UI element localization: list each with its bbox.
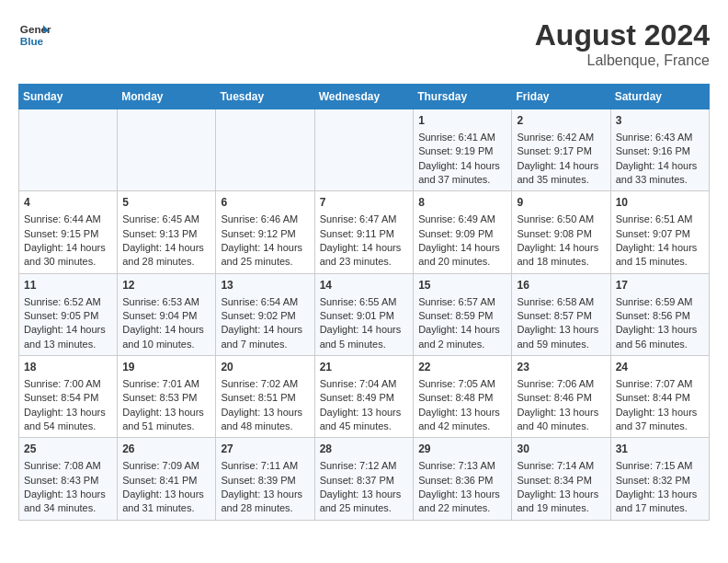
header-cell-sunday: Sunday [19,85,118,109]
calendar-cell: 6Sunrise: 6:46 AMSunset: 9:12 PMDaylight… [216,191,314,273]
calendar-cell: 22Sunrise: 7:05 AMSunset: 8:48 PMDayligh… [414,356,512,438]
week-row-4: 18Sunrise: 7:00 AMSunset: 8:54 PMDayligh… [19,356,710,438]
week-row-3: 11Sunrise: 6:52 AMSunset: 9:05 PMDayligh… [19,273,710,355]
calendar-cell: 16Sunrise: 6:58 AMSunset: 8:57 PMDayligh… [512,273,610,355]
calendar-cell: 27Sunrise: 7:11 AMSunset: 8:39 PMDayligh… [216,438,314,520]
calendar-cell: 29Sunrise: 7:13 AMSunset: 8:36 PMDayligh… [414,438,512,520]
day-number: 10 [616,195,704,211]
day-number: 11 [24,278,112,293]
day-number: 3 [616,113,704,129]
calendar-header: SundayMondayTuesdayWednesdayThursdayFrid… [19,85,710,109]
calendar-cell: 20Sunrise: 7:02 AMSunset: 8:51 PMDayligh… [216,356,314,438]
day-number: 8 [418,195,506,211]
header-cell-thursday: Thursday [414,85,512,109]
day-number: 20 [221,360,309,375]
day-number: 14 [320,278,409,293]
calendar-cell: 12Sunrise: 6:53 AMSunset: 9:04 PMDayligh… [118,273,216,355]
calendar-cell: 21Sunrise: 7:04 AMSunset: 8:49 PMDayligh… [314,356,414,438]
calendar-cell: 4Sunrise: 6:44 AMSunset: 9:15 PMDaylight… [19,191,118,273]
header-cell-friday: Friday [512,85,610,109]
day-number: 1 [418,113,506,129]
calendar-cell: 2Sunrise: 6:42 AMSunset: 9:17 PMDaylight… [512,109,610,191]
calendar-cell: 28Sunrise: 7:12 AMSunset: 8:37 PMDayligh… [314,438,414,520]
calendar-cell: 25Sunrise: 7:08 AMSunset: 8:43 PMDayligh… [19,438,118,520]
day-number: 15 [418,278,506,293]
day-number: 2 [517,113,605,129]
calendar-cell: 17Sunrise: 6:59 AMSunset: 8:56 PMDayligh… [610,273,709,355]
calendar-cell: 11Sunrise: 6:52 AMSunset: 9:05 PMDayligh… [19,273,118,355]
calendar-cell: 26Sunrise: 7:09 AMSunset: 8:41 PMDayligh… [118,438,216,520]
calendar-cell: 14Sunrise: 6:55 AMSunset: 9:01 PMDayligh… [314,273,414,355]
calendar-cell: 9Sunrise: 6:50 AMSunset: 9:08 PMDaylight… [512,191,610,273]
header-cell-saturday: Saturday [610,85,709,109]
day-number: 23 [517,360,605,375]
header-cell-monday: Monday [118,85,216,109]
calendar-cell: 30Sunrise: 7:14 AMSunset: 8:34 PMDayligh… [512,438,610,520]
calendar-cell: 10Sunrise: 6:51 AMSunset: 9:07 PMDayligh… [610,191,709,273]
calendar-cell [118,109,216,191]
calendar-body: 1Sunrise: 6:41 AMSunset: 9:19 PMDaylight… [19,109,710,521]
header-row: SundayMondayTuesdayWednesdayThursdayFrid… [19,85,710,109]
title-block: August 2024 Lalbenque, France [535,18,710,69]
month-year: August 2024 [535,18,710,52]
week-row-2: 4Sunrise: 6:44 AMSunset: 9:15 PMDaylight… [19,191,710,273]
location: Lalbenque, France [535,52,710,69]
page-header: General Blue August 2024 Lalbenque, Fran… [18,18,710,69]
day-number: 4 [24,195,112,211]
week-row-5: 25Sunrise: 7:08 AMSunset: 8:43 PMDayligh… [19,438,710,520]
day-number: 28 [320,442,409,457]
calendar-cell [19,109,118,191]
week-row-1: 1Sunrise: 6:41 AMSunset: 9:19 PMDaylight… [19,109,710,191]
day-number: 13 [221,278,309,293]
day-number: 29 [418,442,506,457]
logo-icon: General Blue [18,18,51,52]
calendar-cell: 18Sunrise: 7:00 AMSunset: 8:54 PMDayligh… [19,356,118,438]
calendar-cell: 31Sunrise: 7:15 AMSunset: 8:32 PMDayligh… [610,438,709,520]
day-number: 30 [517,442,605,457]
day-number: 31 [616,442,704,457]
day-number: 6 [221,195,309,211]
calendar-cell: 7Sunrise: 6:47 AMSunset: 9:11 PMDaylight… [314,191,414,273]
day-number: 25 [24,442,112,457]
calendar-cell: 24Sunrise: 7:07 AMSunset: 8:44 PMDayligh… [610,356,709,438]
day-number: 7 [320,195,409,211]
day-number: 12 [122,278,210,293]
calendar-cell: 8Sunrise: 6:49 AMSunset: 9:09 PMDaylight… [414,191,512,273]
day-number: 17 [616,278,704,293]
calendar-cell [216,109,314,191]
day-number: 21 [320,360,409,375]
calendar-cell: 19Sunrise: 7:01 AMSunset: 8:53 PMDayligh… [118,356,216,438]
calendar-cell: 23Sunrise: 7:06 AMSunset: 8:46 PMDayligh… [512,356,610,438]
calendar-cell [314,109,414,191]
day-number: 5 [122,195,210,211]
day-number: 16 [517,278,605,293]
day-number: 22 [418,360,506,375]
calendar-cell: 5Sunrise: 6:45 AMSunset: 9:13 PMDaylight… [118,191,216,273]
svg-text:Blue: Blue [20,35,44,47]
logo: General Blue [18,18,51,52]
day-number: 26 [122,442,210,457]
day-number: 9 [517,195,605,211]
calendar-cell: 15Sunrise: 6:57 AMSunset: 8:59 PMDayligh… [414,273,512,355]
calendar-table: SundayMondayTuesdayWednesdayThursdayFrid… [18,84,710,521]
calendar-cell: 3Sunrise: 6:43 AMSunset: 9:16 PMDaylight… [610,109,709,191]
day-number: 27 [221,442,309,457]
day-number: 19 [122,360,210,375]
header-cell-wednesday: Wednesday [314,85,414,109]
header-cell-tuesday: Tuesday [216,85,314,109]
day-number: 18 [24,360,112,375]
calendar-cell: 1Sunrise: 6:41 AMSunset: 9:19 PMDaylight… [414,109,512,191]
calendar-cell: 13Sunrise: 6:54 AMSunset: 9:02 PMDayligh… [216,273,314,355]
day-number: 24 [616,360,704,375]
